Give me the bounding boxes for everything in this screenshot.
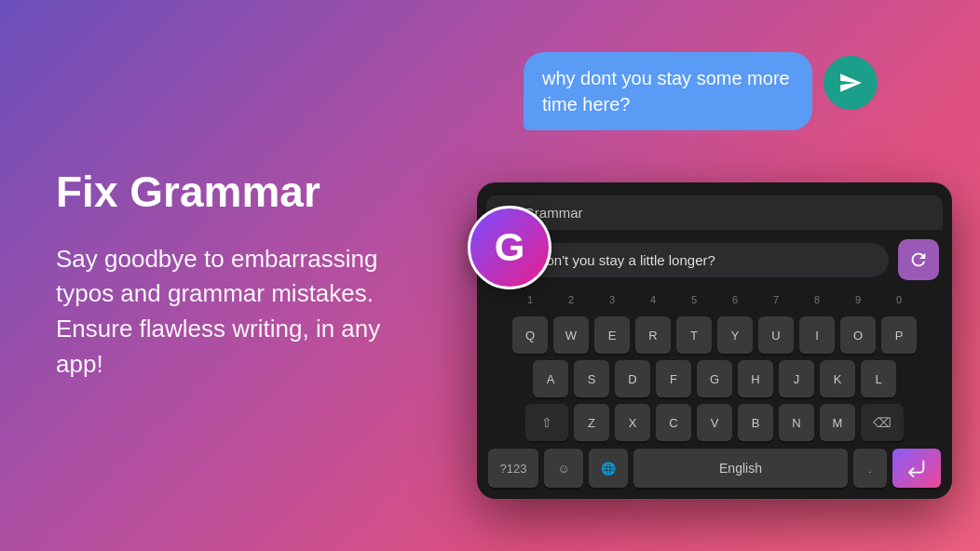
key-l[interactable]: L: [861, 360, 896, 397]
num-6: 6: [717, 289, 753, 310]
key-x[interactable]: X: [615, 404, 650, 441]
right-section: why dont you stay some more time here? G…: [468, 34, 952, 517]
subtitle: Say goodbye to embarrassing typos and gr…: [56, 242, 410, 383]
key-k[interactable]: K: [820, 360, 855, 397]
period-label: .: [868, 462, 872, 476]
grammarly-logo: G: [495, 225, 525, 270]
key-e[interactable]: E: [594, 316, 630, 354]
globe-icon: 🌐: [601, 462, 616, 476]
background: Fix Grammar Say goodbye to embarrassing …: [0, 0, 980, 551]
num-0: 0: [881, 289, 917, 310]
suggestion-bar: Why don't you stay a little longer?: [486, 239, 943, 280]
key-y[interactable]: Y: [717, 316, 753, 354]
key-b[interactable]: B: [738, 404, 773, 441]
number-row: 1 2 3 4 5 6 7 8 9 0: [486, 289, 943, 310]
key-h[interactable]: H: [738, 360, 773, 397]
num-2: 2: [553, 289, 589, 310]
grammarly-circle: G: [468, 206, 551, 289]
fix-grammar-bar: Fix Grammar: [486, 195, 943, 230]
num-4: 4: [635, 289, 671, 310]
send-icon: [838, 71, 863, 95]
key-q[interactable]: Q: [512, 316, 548, 354]
keyboard-container: Fix Grammar Why don't you stay a little …: [477, 182, 952, 499]
key-g[interactable]: G: [697, 360, 732, 397]
key-s[interactable]: S: [574, 360, 609, 397]
key-row-2: A S D F G H J K L: [486, 360, 943, 397]
chat-bubble-area: why dont you stay some more time here?: [524, 52, 915, 130]
key-u[interactable]: U: [758, 316, 794, 354]
key-t[interactable]: T: [676, 316, 712, 354]
refresh-icon: [908, 249, 929, 270]
numeric-toggle-key[interactable]: ?123: [488, 449, 538, 488]
key-m[interactable]: M: [820, 404, 855, 441]
key-p[interactable]: P: [881, 316, 917, 354]
key-row-1: Q W E R T Y U I O P: [486, 316, 943, 354]
key-i[interactable]: I: [799, 316, 835, 354]
backspace-key[interactable]: ⌫: [861, 404, 904, 441]
key-d[interactable]: D: [615, 360, 650, 397]
key-o[interactable]: O: [840, 316, 876, 354]
space-key[interactable]: English: [633, 449, 848, 488]
key-n[interactable]: N: [779, 404, 814, 441]
key-row-3: ⇧ Z X C V B N M ⌫: [486, 404, 943, 441]
key-j[interactable]: J: [779, 360, 814, 397]
left-section: Fix Grammar Say goodbye to embarrassing …: [56, 168, 410, 382]
num-5: 5: [676, 289, 712, 310]
emoji-key[interactable]: ☺: [544, 449, 583, 488]
num-7: 7: [758, 289, 794, 310]
num-8: 8: [799, 289, 835, 310]
key-c[interactable]: C: [656, 404, 691, 441]
enter-key[interactable]: [892, 449, 941, 488]
main-title: Fix Grammar: [56, 168, 410, 216]
key-a[interactable]: A: [533, 360, 568, 397]
emoji-label: ☺: [557, 462, 569, 476]
key-w[interactable]: W: [553, 316, 589, 354]
send-button[interactable]: [823, 56, 878, 110]
bottom-bar: ?123 ☺ 🌐 English .: [486, 449, 943, 488]
refresh-button[interactable]: [898, 239, 939, 280]
period-key[interactable]: .: [853, 449, 887, 488]
key-r[interactable]: R: [635, 316, 671, 354]
numeric-toggle-label: ?123: [500, 462, 527, 476]
space-label: English: [719, 461, 762, 476]
key-z[interactable]: Z: [574, 404, 609, 441]
globe-key[interactable]: 🌐: [589, 449, 628, 488]
num-3: 3: [594, 289, 630, 310]
num-9: 9: [840, 289, 876, 310]
num-1: 1: [512, 289, 548, 310]
chat-bubble: why dont you stay some more time here?: [524, 52, 812, 130]
enter-icon: [906, 458, 927, 478]
key-v[interactable]: V: [697, 404, 732, 441]
keyboard-rows: Q W E R T Y U I O P A S D F G: [486, 316, 943, 441]
shift-key[interactable]: ⇧: [525, 404, 568, 441]
key-f[interactable]: F: [656, 360, 691, 397]
